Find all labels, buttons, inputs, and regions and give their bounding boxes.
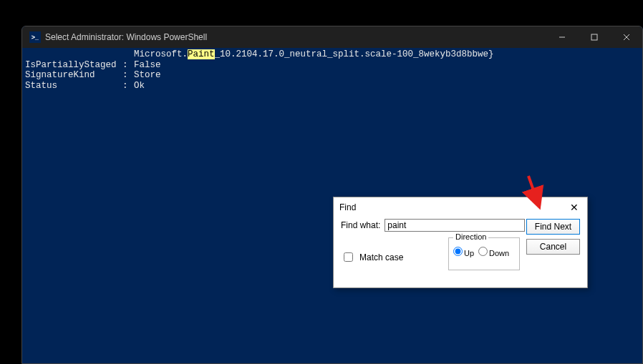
direction-legend: Direction bbox=[453, 232, 488, 241]
direction-down[interactable]: Down bbox=[478, 247, 509, 257]
titlebar[interactable]: >_ Select Administrator: Windows PowerSh… bbox=[22, 26, 642, 48]
find-what-label: Find what: bbox=[341, 220, 380, 230]
find-dialog-title: Find bbox=[339, 202, 567, 212]
maximize-button[interactable] bbox=[578, 26, 610, 48]
find-dialog-titlebar[interactable]: Find ✕ bbox=[334, 197, 587, 217]
direction-down-radio[interactable] bbox=[478, 247, 488, 256]
close-icon[interactable]: ✕ bbox=[567, 200, 581, 215]
find-dialog: Find ✕ Find what: Find Next Cancel Match… bbox=[333, 197, 588, 288]
cancel-button[interactable]: Cancel bbox=[526, 239, 580, 255]
direction-up[interactable]: Up bbox=[453, 247, 474, 257]
close-button[interactable] bbox=[610, 26, 642, 48]
powershell-icon: >_ bbox=[29, 31, 41, 43]
direction-group: Direction Up Down bbox=[448, 237, 520, 270]
minimize-button[interactable] bbox=[546, 26, 578, 48]
match-case-label: Match case bbox=[359, 252, 403, 262]
powershell-window: >_ Select Administrator: Windows PowerSh… bbox=[21, 26, 643, 364]
match-case-input[interactable] bbox=[344, 252, 353, 262]
find-what-input[interactable] bbox=[385, 219, 525, 232]
find-next-button[interactable]: Find Next bbox=[526, 219, 580, 235]
direction-up-radio[interactable] bbox=[453, 247, 463, 256]
svg-rect-1 bbox=[591, 34, 597, 40]
terminal-output[interactable]: Microsoft.Paint_10.2104.17.0_neutral_spl… bbox=[22, 48, 642, 92]
match-case-checkbox[interactable]: Match case bbox=[341, 250, 403, 264]
window-title: Select Administrator: Windows PowerShell bbox=[45, 32, 207, 42]
